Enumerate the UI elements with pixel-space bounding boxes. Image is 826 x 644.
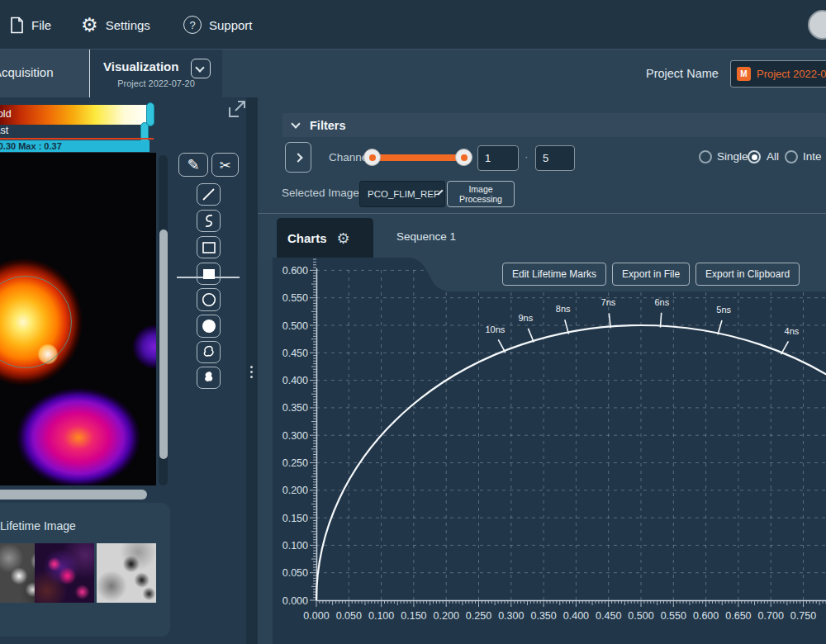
chart-toolbar: Edit Lifetime Marks Export in File Expor… (502, 263, 800, 286)
image-processing-button[interactable]: Image Processing (447, 181, 515, 207)
channel-slider-handle-min[interactable] (363, 149, 381, 166)
channel-slider-track (369, 154, 467, 161)
line-tool-button[interactable] (197, 183, 221, 206)
svg-text:0.750: 0.750 (790, 610, 816, 622)
channel-slider-handle-max[interactable] (455, 149, 472, 166)
svg-text:0.500: 0.500 (282, 320, 308, 332)
svg-text:7ns: 7ns (601, 297, 616, 307)
image-vertical-scrollbar[interactable] (159, 155, 168, 485)
image-view-panel: Threshold Contrast Min : 0.30 Max : 0.37… (0, 97, 258, 644)
svg-text:0.000: 0.000 (303, 610, 329, 622)
chart-settings-gear-icon[interactable]: ⚙ (337, 231, 350, 246)
blob-outline-icon (202, 345, 216, 360)
filters-title: Filters (310, 119, 346, 132)
rectangle-filled-tool-button[interactable] (197, 263, 221, 285)
image-set-value: PCO_FLIM_REF (368, 189, 439, 199)
visualization-dropdown-button[interactable] (191, 59, 211, 78)
svg-text:4ns: 4ns (785, 326, 800, 336)
svg-text:5ns: 5ns (716, 305, 731, 315)
channel-range-slider[interactable] (363, 149, 472, 166)
radio-single-label: Single (717, 150, 748, 163)
rectangle-outline-tool-button[interactable] (197, 236, 221, 258)
expand-filters-button[interactable] (285, 142, 311, 173)
lifetime-image-panel: Lifetime Image (0, 503, 170, 637)
svg-text:0.100: 0.100 (282, 540, 308, 552)
svg-text:0.500: 0.500 (628, 610, 653, 622)
image-horizontal-scrollbar-thumb[interactable] (0, 490, 147, 500)
circle-filled-icon (202, 319, 216, 334)
thumbnail-lifetime[interactable] (35, 543, 94, 603)
svg-text:0.700: 0.700 (758, 610, 784, 622)
draw-tool-button[interactable]: ✎ (178, 153, 208, 177)
settings-menu-label: Settings (106, 18, 150, 32)
settings-menu[interactable]: ⚙ Settings (81, 0, 150, 50)
svg-text:0.350: 0.350 (282, 402, 308, 414)
roi-circle-overlay[interactable] (0, 276, 72, 368)
range-separator: · (525, 150, 529, 163)
svg-text:9ns: 9ns (518, 313, 533, 323)
radio-interval[interactable] (785, 150, 798, 163)
rectangle-filled-icon (202, 268, 216, 281)
tab-sequence-1-label: Sequence 1 (396, 230, 456, 243)
line-icon (202, 187, 216, 201)
threshold-colorbar[interactable]: Threshold (0, 105, 151, 125)
splitter-grip-icon (250, 366, 253, 378)
freehand-curve-tool-button[interactable] (197, 210, 221, 232)
blob-filled-icon (202, 371, 216, 386)
thumbnail-reference[interactable] (97, 543, 156, 603)
radio-all[interactable] (748, 150, 761, 163)
top-menu-bar: File ⚙ Settings ? Support (0, 0, 826, 50)
channel-to-input[interactable] (535, 145, 575, 171)
question-circle-icon: ? (183, 16, 202, 34)
flim-lifetime-image[interactable] (0, 153, 156, 485)
svg-text:0.450: 0.450 (282, 348, 308, 359)
pencil-icon: ✎ (187, 156, 199, 173)
circle-filled-tool-button[interactable] (197, 315, 221, 338)
file-menu-label: File (31, 18, 51, 32)
expand-view-icon[interactable] (228, 100, 246, 118)
radio-single[interactable] (699, 150, 712, 163)
circle-outline-icon (202, 292, 216, 307)
visualization-project-subtitle: Project 2022-07-20 (90, 78, 222, 88)
polygon-outline-tool-button[interactable] (197, 341, 221, 363)
chevron-down-icon (291, 119, 300, 128)
tab-charts[interactable]: Charts ⚙ (277, 218, 373, 258)
channel-from-input[interactable] (477, 145, 519, 171)
user-avatar[interactable] (808, 10, 826, 40)
polygon-filled-tool-button[interactable] (197, 367, 221, 389)
svg-text:0.200: 0.200 (434, 610, 459, 622)
image-set-dropdown[interactable]: PCO_FLIM_REF (359, 181, 445, 207)
chevron-down-icon (195, 63, 204, 72)
tab-visualization[interactable]: Visualization Project 2022-07-20 (90, 50, 222, 97)
svg-text:0.600: 0.600 (693, 610, 719, 622)
file-icon (10, 17, 24, 34)
project-name-field[interactable]: M Project 2022-07-20 (730, 60, 826, 88)
svg-text:0.400: 0.400 (282, 375, 308, 386)
panel-splitter[interactable] (246, 97, 258, 644)
lifetime-image-title: Lifetime Image (0, 519, 76, 533)
file-menu[interactable]: File (10, 0, 51, 50)
export-in-file-button[interactable]: Export in File (612, 263, 690, 286)
chevron-right-icon (293, 153, 302, 162)
export-in-clipboard-button[interactable]: Export in Clipboard (695, 263, 800, 286)
main-nav-row: Acquisition Visualization Project 2022-0… (0, 50, 826, 97)
cut-tool-button[interactable]: ✂ (211, 153, 239, 177)
svg-text:0.150: 0.150 (282, 513, 308, 524)
image-vertical-scrollbar-thumb[interactable] (159, 230, 168, 459)
scissors-icon: ✂ (219, 157, 230, 173)
gear-icon: ⚙ (81, 16, 98, 35)
tab-charts-label: Charts (287, 231, 327, 245)
svg-text:0.450: 0.450 (596, 610, 621, 622)
charts-tab-strip: Charts ⚙ Sequence 1 (258, 213, 826, 258)
threshold-label: Threshold (0, 108, 12, 120)
rectangle-outline-icon (202, 241, 216, 254)
edit-lifetime-marks-button[interactable]: Edit Lifetime Marks (502, 263, 606, 286)
circle-outline-tool-button[interactable] (197, 288, 221, 311)
support-menu[interactable]: ? Support (183, 0, 253, 50)
tab-sequence-1[interactable]: Sequence 1 (396, 214, 456, 258)
tab-acquisition[interactable]: Acquisition (0, 50, 89, 97)
svg-text:0.550: 0.550 (282, 292, 308, 304)
filters-section-header[interactable]: Filters (282, 113, 826, 137)
svg-text:0.250: 0.250 (282, 457, 308, 469)
phasor-chart: 0.0000.0500.1000.1500.2000.2500.3000.350… (273, 258, 826, 644)
